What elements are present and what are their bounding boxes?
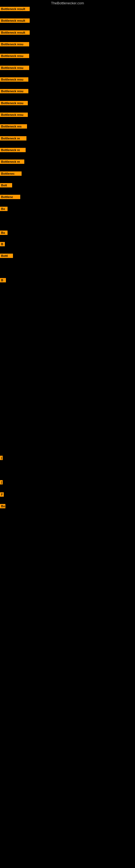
bottleneck-badge-19[interactable]: B: [0, 242, 5, 246]
bottleneck-badge-1[interactable]: Bottleneck result: [0, 19, 30, 23]
bottleneck-badge-0[interactable]: Bottleneck result: [0, 7, 30, 11]
bottleneck-badge-23[interactable]: |: [0, 480, 3, 485]
bottleneck-badge-25[interactable]: Bo: [0, 504, 5, 508]
bottleneck-badge-24[interactable]: F: [0, 492, 4, 497]
bottleneck-badge-15[interactable]: Bott: [0, 183, 12, 187]
bottleneck-badge-18[interactable]: Bo: [0, 230, 8, 235]
bottleneck-badge-11[interactable]: Bottleneck re: [0, 136, 27, 141]
bottleneck-badge-12[interactable]: Bottleneck re: [0, 148, 26, 152]
bottleneck-badge-20[interactable]: Bottl: [0, 254, 13, 258]
bottleneck-badge-16[interactable]: Bottlene: [0, 195, 20, 199]
bottleneck-badge-5[interactable]: Bottleneck resu: [0, 66, 29, 70]
site-title: TheBottlenecker.com: [0, 1, 135, 5]
bottleneck-badge-7[interactable]: Bottleneck resu: [0, 89, 28, 93]
bottleneck-badge-14[interactable]: Bottlenec: [0, 172, 21, 176]
bottleneck-badge-17[interactable]: Bo: [0, 207, 8, 211]
bottleneck-badge-8[interactable]: Bottleneck resu: [0, 101, 28, 105]
bottleneck-badge-13[interactable]: Bottleneck re: [0, 159, 24, 164]
bottleneck-badge-3[interactable]: Bottleneck resu: [0, 42, 29, 46]
bottleneck-badge-4[interactable]: Bottleneck resu: [0, 54, 29, 58]
bottleneck-badge-22[interactable]: |: [0, 456, 3, 460]
bottleneck-badge-9[interactable]: Bottleneck resu: [0, 113, 28, 117]
bottleneck-badge-21[interactable]: B: [0, 278, 6, 282]
bottleneck-badge-2[interactable]: Bottleneck result: [0, 30, 30, 35]
bottleneck-badge-6[interactable]: Bottleneck resu: [0, 77, 28, 82]
bottleneck-badge-10[interactable]: Bottleneck res: [0, 124, 27, 129]
